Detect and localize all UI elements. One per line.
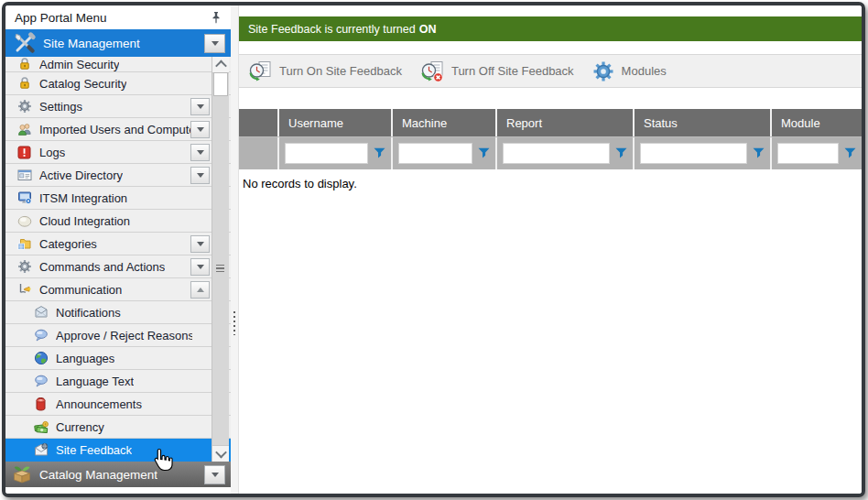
grid-header-status[interactable]: Status <box>633 109 770 136</box>
sidebar-item-logs[interactable]: Logs <box>5 141 231 164</box>
sidebar-list: Admin Security Catalog Security Settings <box>5 57 231 462</box>
module-filter-input[interactable] <box>777 143 839 164</box>
grid-header-module[interactable]: Module <box>770 109 862 136</box>
sidebar-item-itsm-integration[interactable]: ITSM Integration <box>5 187 231 210</box>
sidebar-item-label: Cloud Integration <box>39 214 130 228</box>
sidebar-item-settings[interactable]: Settings <box>5 95 231 118</box>
chevron-down-button[interactable] <box>190 235 210 253</box>
splitter-grip-icon <box>233 311 235 335</box>
cloud-icon <box>16 213 32 229</box>
globe-icon <box>33 351 49 366</box>
chevron-down-button[interactable] <box>190 144 210 161</box>
modules-button[interactable]: Modules <box>592 60 667 82</box>
chevron-down-button[interactable] <box>190 98 210 115</box>
grid-filter-cell <box>770 137 862 169</box>
sidebar-item-approve-reject-reasons[interactable]: Approve / Reject Reasons <box>5 324 231 347</box>
mail-feedback-icon <box>33 442 49 458</box>
sidebar-group-catalog-management[interactable]: Catalog Management <box>5 462 231 487</box>
chevron-up-button[interactable] <box>190 281 210 299</box>
sidebar-item-label: Logs <box>39 146 65 159</box>
panel-splitter[interactable] <box>231 5 239 494</box>
sidebar-item-label: Communication <box>39 283 122 297</box>
sidebar-item-notifications[interactable]: Notifications <box>5 301 231 324</box>
announcement-icon <box>33 397 49 412</box>
chevron-down-button[interactable] <box>204 34 225 53</box>
sidebar-item-categories[interactable]: Categories <box>5 233 231 255</box>
catalog-box-icon <box>11 467 33 483</box>
chevron-down-button[interactable] <box>190 121 210 138</box>
grid-header-row: Username Machine Report Status Module <box>239 109 862 136</box>
gear-icon <box>16 259 32 275</box>
sidebar-item-label: Currency <box>56 420 104 434</box>
grid-header-machine[interactable]: Machine <box>391 109 495 136</box>
chevron-down-button[interactable] <box>204 465 225 484</box>
grid-filter-cell <box>495 137 633 169</box>
status-filter-input[interactable] <box>640 143 747 164</box>
report-filter-input[interactable] <box>503 143 610 164</box>
sidebar-item-label: Languages <box>56 352 114 365</box>
grid-header-gutter <box>239 109 277 136</box>
status-banner-state: ON <box>419 23 437 36</box>
sidebar-item-communication[interactable]: Communication <box>5 278 231 301</box>
sidebar-item-label: Settings <box>39 100 82 114</box>
filter-icon[interactable] <box>478 147 490 159</box>
toolbar: Turn On Site Feedback Turn Off Site Feed… <box>239 54 862 88</box>
filter-icon[interactable] <box>615 147 627 159</box>
sidebar-item-cloud-integration[interactable]: Cloud Integration <box>5 210 231 233</box>
app-portal-window: App Portal Menu Site Management <box>2 2 865 497</box>
toolbar-button-label: Turn On Site Feedback <box>279 64 402 78</box>
lock-icon <box>16 76 32 92</box>
filter-icon[interactable] <box>844 147 856 159</box>
filter-icon[interactable] <box>753 147 765 159</box>
screen: App Portal Menu Site Management <box>0 0 868 500</box>
chevron-down-button[interactable] <box>190 258 210 276</box>
grid-header-username[interactable]: Username <box>277 109 391 136</box>
status-banner: Site Feedback is currently turned ON <box>239 16 862 41</box>
sidebar-item-active-directory[interactable]: Active Directory <box>5 164 231 187</box>
currency-icon <box>33 419 49 435</box>
sidebar-item-label: Language Text <box>56 375 134 388</box>
sidebar-item-admin-security[interactable]: Admin Security <box>5 57 231 72</box>
sidebar-group-site-management[interactable]: Site Management <box>5 29 231 57</box>
feedback-grid: Username Machine Report Status Module <box>239 109 862 190</box>
status-banner-text: Site Feedback is currently turned <box>248 23 416 36</box>
grid-header-report[interactable]: Report <box>495 109 633 136</box>
grid-empty-text: No records to display. <box>239 169 862 190</box>
sidebar-scrollbar[interactable] <box>212 57 229 462</box>
sidebar-item-languages[interactable]: Languages <box>5 347 231 370</box>
sidebar-item-currency[interactable]: Currency <box>5 416 231 439</box>
sidebar-item-label: Imported Users and Computers <box>39 123 192 136</box>
sidebar-item-commands-and-actions[interactable]: Commands and Actions <box>5 255 231 278</box>
sidebar-item-site-feedback[interactable]: Site Feedback <box>5 439 231 462</box>
scrollbar-up-button[interactable] <box>212 57 229 73</box>
sidebar-item-announcements[interactable]: Announcements <box>5 393 231 416</box>
pin-icon[interactable] <box>208 10 223 26</box>
sidebar-item-language-text[interactable]: Language Text <box>5 370 231 393</box>
grid-filter-gutter <box>239 137 277 169</box>
scrollbar-grip-icon <box>216 265 224 273</box>
grid-filter-row <box>239 136 862 169</box>
main-content: Site Feedback is currently turned ON Tur… <box>239 5 862 494</box>
sidebar-title: App Portal Menu <box>15 11 208 25</box>
scrollbar-thumb[interactable] <box>213 72 228 96</box>
grid-filter-cell <box>277 137 391 169</box>
contact-card-icon <box>16 168 32 183</box>
lock-icon <box>16 57 32 72</box>
machine-filter-input[interactable] <box>398 143 472 164</box>
sidebar-item-catalog-security[interactable]: Catalog Security <box>5 72 231 95</box>
sidebar-item-imported-users-and-computers[interactable]: Imported Users and Computers <box>5 118 231 141</box>
turn-off-site-feedback-button[interactable]: Turn Off Site Feedback <box>420 60 574 82</box>
gear-icon <box>16 99 32 114</box>
clock-off-icon <box>420 60 444 82</box>
chevron-down-button[interactable] <box>190 167 210 184</box>
sidebar-item-label: Announcements <box>56 397 142 411</box>
scrollbar-down-button[interactable] <box>212 445 229 462</box>
tools-icon <box>13 36 37 51</box>
monitor-icon <box>16 190 32 206</box>
filter-icon[interactable] <box>374 147 385 159</box>
turn-on-site-feedback-button[interactable]: Turn On Site Feedback <box>248 60 402 82</box>
username-filter-input[interactable] <box>285 143 368 164</box>
sidebar-item-label: Categories <box>39 237 97 251</box>
sidebar-item-label: Notifications <box>56 306 121 320</box>
sidebar-item-label: Site Feedback <box>56 443 132 457</box>
